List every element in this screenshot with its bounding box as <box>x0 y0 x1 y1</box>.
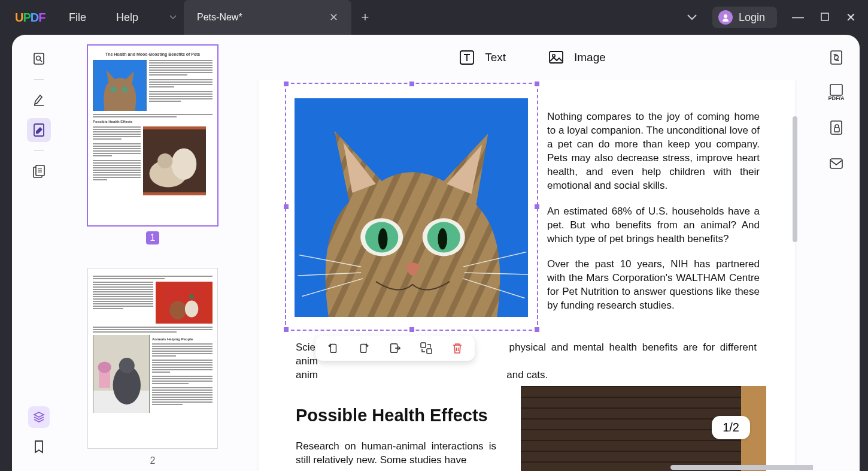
minimize-button[interactable]: — <box>792 10 804 25</box>
page-indicator[interactable]: 1/2 <box>712 416 750 439</box>
text-tool[interactable]: Text <box>459 49 506 66</box>
pages-tool[interactable] <box>27 159 51 183</box>
svg-point-27 <box>98 362 111 373</box>
svg-rect-52 <box>831 51 842 64</box>
svg-point-0 <box>724 14 727 18</box>
thumb-h2: Possible Health Effects <box>93 120 213 124</box>
menu-file[interactable]: File <box>69 11 86 24</box>
protect-button[interactable] <box>827 118 846 137</box>
menu-help[interactable]: Help <box>116 11 138 24</box>
svg-point-13 <box>111 87 117 93</box>
dropdown-icon[interactable] <box>687 12 697 23</box>
svg-rect-1 <box>821 13 828 20</box>
pdfa-button[interactable]: PDF/A <box>827 84 846 101</box>
svg-point-20 <box>169 301 186 319</box>
svg-rect-45 <box>330 345 336 353</box>
paragraph-part: anim <box>296 369 318 381</box>
resize-handle[interactable] <box>284 204 289 209</box>
paragraph[interactable]: Research on human-animal interactions is… <box>296 440 496 467</box>
svg-point-25 <box>119 358 135 373</box>
right-toolbar: PDF/A <box>813 35 860 471</box>
document-text-column[interactable]: Nothing compares to the joy of coming ho… <box>547 110 760 325</box>
image-tool[interactable]: Image <box>548 49 606 66</box>
svg-rect-55 <box>834 128 839 132</box>
thumbnail-panel: The Health and Mood-Boosting Benefits of… <box>66 35 251 471</box>
resize-handle[interactable] <box>535 204 539 209</box>
edit-tool[interactable] <box>27 118 51 142</box>
close-button[interactable]: ✕ <box>846 10 856 25</box>
tab-title: Pets-New* <box>197 12 242 23</box>
resize-handle[interactable] <box>409 81 414 86</box>
app-logo: UPDF <box>0 11 33 25</box>
paragraph: Over the past 10 years, NIH has partnere… <box>547 258 760 313</box>
pdfa-label: PDF/A <box>828 96 845 101</box>
maximize-button[interactable] <box>821 10 829 25</box>
svg-rect-19 <box>163 282 205 324</box>
paragraph-part: and cats. <box>506 369 548 381</box>
thumb-title: The Health and Mood-Boosting Benefits of… <box>93 52 213 57</box>
extract-button[interactable] <box>389 342 402 355</box>
thumbnail-page-1[interactable]: The Health and Mood-Boosting Benefits of… <box>88 46 217 244</box>
svg-rect-48 <box>421 343 426 348</box>
highlight-tool[interactable] <box>27 88 51 112</box>
tab-dropdown[interactable] <box>162 0 184 35</box>
thumb-number-2: 2 <box>146 454 159 467</box>
delete-button[interactable] <box>451 342 464 355</box>
svg-point-30 <box>553 55 555 57</box>
svg-point-14 <box>122 87 128 93</box>
separator <box>34 150 44 151</box>
resize-handle[interactable] <box>535 327 539 332</box>
svg-point-3 <box>37 56 41 61</box>
search-tool[interactable] <box>27 47 51 71</box>
rotate-right-button[interactable] <box>357 342 371 355</box>
bookmark-button[interactable] <box>33 440 45 457</box>
close-tab-icon[interactable]: ✕ <box>329 11 338 24</box>
svg-rect-49 <box>427 349 432 354</box>
paragraph-part: Scie <box>296 342 315 353</box>
svg-rect-53 <box>830 84 842 95</box>
horizontal-scrollbar[interactable] <box>670 465 813 470</box>
layers-button[interactable] <box>28 406 50 428</box>
thumb-number-1: 1 <box>146 231 159 244</box>
paragraph: Nothing compares to the joy of coming ho… <box>547 110 760 193</box>
rotate-left-button[interactable] <box>326 342 339 355</box>
svg-rect-56 <box>830 159 842 168</box>
svg-rect-29 <box>550 52 563 63</box>
replace-button[interactable] <box>420 342 433 355</box>
login-label: Login <box>739 11 765 24</box>
image-tool-label: Image <box>574 51 606 64</box>
paragraph: An estimated 68% of U.S. households have… <box>547 205 760 246</box>
thumbnail-page-2[interactable]: Animals Helping People 2 <box>88 268 217 467</box>
vertical-scrollbar[interactable] <box>793 116 797 242</box>
image-context-toolbar <box>315 336 475 361</box>
text-tool-label: Text <box>485 51 506 64</box>
svg-point-21 <box>185 301 198 318</box>
convert-button[interactable] <box>827 48 846 67</box>
email-button[interactable] <box>827 154 846 173</box>
selection-box[interactable] <box>285 83 538 331</box>
document-tab[interactable]: Pets-New* ✕ <box>184 0 351 35</box>
login-button[interactable]: Login <box>712 7 777 28</box>
separator <box>34 79 44 80</box>
resize-handle[interactable] <box>284 327 289 332</box>
document-page[interactable]: Nothing compares to the joy of coming ho… <box>259 80 795 471</box>
svg-point-17 <box>171 148 196 180</box>
resize-handle[interactable] <box>535 81 539 86</box>
new-tab-button[interactable]: + <box>351 0 379 35</box>
svg-rect-46 <box>361 345 366 353</box>
resize-handle[interactable] <box>409 327 414 332</box>
thumb2-heading: Animals Helping People <box>152 337 213 342</box>
heading-2[interactable]: Possible Health Effects <box>296 406 488 425</box>
left-toolbar <box>12 35 66 471</box>
avatar-icon <box>718 10 733 25</box>
svg-rect-2 <box>34 53 44 64</box>
svg-point-18 <box>157 153 172 168</box>
svg-line-4 <box>40 60 42 62</box>
resize-handle[interactable] <box>284 81 289 86</box>
edit-mode-toolbar: Text Image <box>251 35 813 80</box>
